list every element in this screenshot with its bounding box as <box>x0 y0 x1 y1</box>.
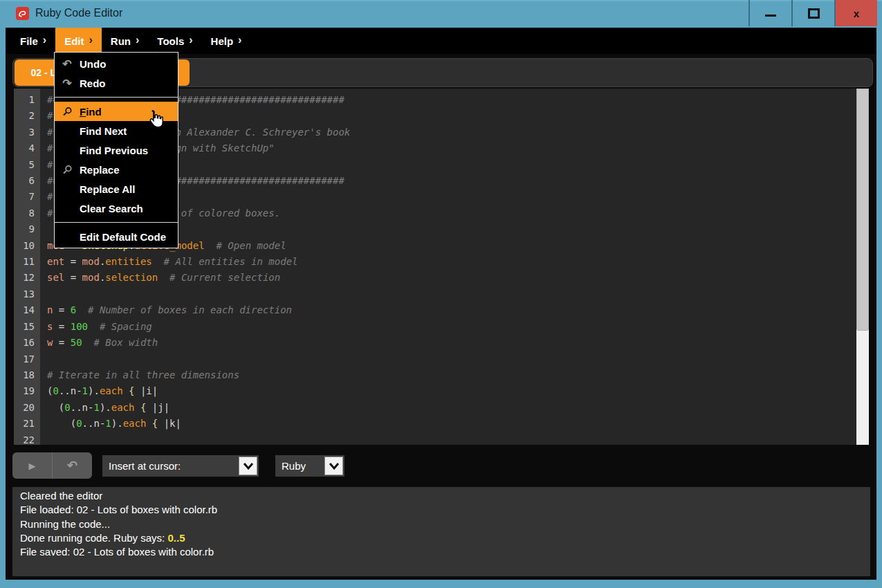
menubar: File›Edit›Run›Tools›Help› <box>6 28 876 54</box>
menubar-item-help[interactable]: Help› <box>202 28 251 54</box>
console-line: File loaded: 02 - Lots of boxes with col… <box>20 503 870 517</box>
language-select[interactable]: Ruby <box>275 455 344 477</box>
edit-menu-dropdown: ↶Undo↷RedoFindFind NextFind PreviousRepl… <box>54 52 178 248</box>
redo-icon: ↷ <box>55 77 80 90</box>
menubar-item-label: Help <box>211 35 234 47</box>
dropdown-arrow-icon[interactable] <box>239 457 257 475</box>
menu-separator <box>55 97 178 98</box>
line-number: 17 <box>14 351 35 367</box>
editor-scrollbar[interactable] <box>856 89 869 445</box>
code-line <box>47 351 856 367</box>
undo-icon: ↶ <box>55 57 80 71</box>
menu-item-label: Find <box>80 106 102 118</box>
menubar-item-label: Edit <box>64 35 84 47</box>
console-line: Running the code... <box>20 517 870 531</box>
menubar-item-run[interactable]: Run› <box>102 28 149 54</box>
code-line: (0..n-1).each { |k| <box>47 416 856 432</box>
search-icon <box>55 107 80 117</box>
minimize-icon <box>765 15 776 17</box>
line-number: 16 <box>14 335 35 351</box>
menu-item-replace[interactable]: Replace <box>55 160 178 179</box>
line-number: 8 <box>14 205 35 221</box>
code-line <box>47 432 856 445</box>
menubar-item-label: File <box>20 35 38 47</box>
code-line <box>47 286 856 302</box>
search-icon <box>55 165 80 175</box>
line-number: 22 <box>14 432 35 445</box>
code-line: n = 6 # Number of boxes in each directio… <box>47 302 856 318</box>
line-number-gutter: 12345678910111213141516171819202122 <box>14 89 40 445</box>
minimize-button[interactable] <box>748 0 791 26</box>
code-line: (0..n-1).each { |j| <box>47 400 856 416</box>
run-code-button[interactable]: ▶ <box>12 452 53 479</box>
menu-item-find[interactable]: Find <box>55 102 178 121</box>
chevron-right-icon: › <box>189 34 192 46</box>
dropdown-arrow-icon[interactable] <box>324 457 343 475</box>
menubar-item-edit[interactable]: Edit› <box>55 28 102 54</box>
menu-item-label: Undo <box>80 58 106 70</box>
scrollbar-thumb[interactable] <box>856 89 869 331</box>
app-body: File›Edit›Run›Tools›Help› 02 - Lots of b… <box>6 28 876 580</box>
chevron-right-icon: › <box>136 34 139 46</box>
menu-item-label: Find Previous <box>80 145 148 156</box>
line-number: 5 <box>14 157 35 173</box>
code-line: w = 50 # Box width <box>47 335 856 351</box>
code-line: s = 100 # Spacing <box>47 319 856 335</box>
menu-item-find-next[interactable]: Find Next <box>55 121 178 140</box>
menu-item-label: Replace <box>80 164 120 176</box>
code-line: ent = mod.entities # All entities in mod… <box>47 254 856 270</box>
line-number: 2 <box>14 108 35 124</box>
menubar-item-file[interactable]: File› <box>11 28 55 54</box>
menu-item-label: Clear Search <box>80 203 143 214</box>
code-line: sel = mod.selection # Current selection <box>47 270 856 286</box>
line-number: 9 <box>14 221 35 237</box>
close-button[interactable]: x <box>834 0 877 26</box>
maximize-button[interactable] <box>791 0 834 26</box>
menu-item-replace-all[interactable]: Replace All <box>55 179 178 199</box>
console-line: File saved: 02 - Lots of boxes with colo… <box>20 545 870 559</box>
console-line: Done running code. Ruby says: 0..5 <box>20 531 870 545</box>
language-select-value: Ruby <box>282 460 306 472</box>
line-number: 10 <box>14 238 35 254</box>
line-number: 20 <box>14 400 35 416</box>
menu-item-find-previous[interactable]: Find Previous <box>55 140 178 160</box>
menu-item-redo[interactable]: ↷Redo <box>55 73 178 93</box>
maximize-icon <box>808 8 820 19</box>
menubar-item-label: Run <box>111 35 131 47</box>
menu-item-edit-default-code[interactable]: Edit Default Code <box>55 227 178 246</box>
insert-select-value: Insert at cursor: <box>109 460 181 472</box>
console-output: Cleared the editorFile loaded: 02 - Lots… <box>12 487 870 576</box>
line-number: 3 <box>14 125 35 140</box>
line-number: 7 <box>14 189 35 205</box>
line-number: 14 <box>14 302 35 318</box>
line-number: 6 <box>14 173 35 189</box>
menu-item-label: Redo <box>80 77 106 89</box>
ruby-code-editor-window: { "window": { "title": "Ruby Code Editor… <box>0 0 882 588</box>
line-number: 15 <box>14 319 35 335</box>
line-number: 13 <box>14 286 35 302</box>
play-icon: ▶ <box>29 461 36 471</box>
window-title: Ruby Code Editor <box>35 7 122 19</box>
chevron-right-icon: › <box>238 34 241 46</box>
line-number: 4 <box>14 140 35 156</box>
menu-item-label: Edit Default Code <box>80 231 166 243</box>
menu-item-clear-search[interactable]: Clear Search <box>55 199 178 218</box>
insert-at-cursor-select[interactable]: Insert at cursor: <box>102 455 259 477</box>
menubar-item-tools[interactable]: Tools› <box>148 28 201 54</box>
titlebar: Ruby Code Editor x <box>0 0 882 28</box>
line-number: 11 <box>14 254 35 270</box>
window-controls: x <box>748 0 877 26</box>
line-number: 12 <box>14 270 35 286</box>
menu-separator <box>55 222 178 223</box>
menubar-item-label: Tools <box>157 35 184 47</box>
menu-item-undo[interactable]: ↶Undo <box>55 54 178 73</box>
undo-icon: ↶ <box>67 458 77 473</box>
undo-run-button[interactable]: ↶ <box>53 452 92 479</box>
sketchup-logo-icon <box>16 7 29 20</box>
line-number: 18 <box>14 367 35 383</box>
code-line: (0..n-1).each { |i| <box>47 383 856 399</box>
line-number: 1 <box>14 92 35 108</box>
menu-item-label: Find Next <box>80 125 127 137</box>
menu-item-label: Replace All <box>80 183 135 195</box>
console-return-value: 0..5 <box>167 532 185 544</box>
